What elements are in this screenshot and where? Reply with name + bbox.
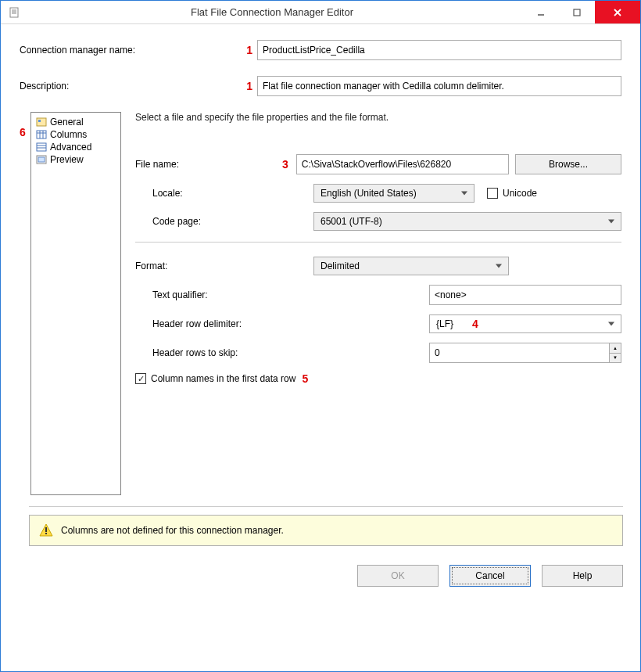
spin-up-button[interactable]: ▲ (609, 343, 621, 353)
ok-button[interactable]: OK (357, 565, 439, 587)
code-page-select[interactable]: 65001 (UTF-8) (313, 212, 621, 231)
warning-icon (39, 523, 53, 537)
nav-item-label: Preview (50, 154, 84, 165)
annotation-4: 4 (466, 318, 485, 330)
unicode-checkbox-box (487, 188, 498, 199)
locale-label: Locale: (152, 188, 183, 199)
annotation-6: 6 (20, 112, 30, 495)
separator (135, 242, 621, 243)
maximize-button[interactable] (559, 1, 595, 23)
annotation-3: 3 (276, 158, 295, 171)
svg-rect-0 (10, 8, 18, 17)
header-skip-label: Header rows to skip: (152, 347, 238, 358)
description-label: Description: (20, 81, 262, 92)
svg-rect-21 (45, 533, 47, 534)
file-name-input[interactable] (296, 154, 509, 174)
nav-tree[interactable]: General Columns Advanced Preview (30, 112, 121, 495)
nav-item-preview[interactable]: Preview (31, 153, 120, 166)
svg-rect-14 (37, 143, 46, 151)
file-name-label: File name: (135, 159, 179, 170)
advanced-icon (36, 142, 47, 152)
spin-down-button[interactable]: ▼ (609, 353, 621, 364)
locale-select[interactable]: English (United States) (313, 184, 474, 203)
nav-item-label: Columns (50, 129, 87, 140)
nav-item-advanced[interactable]: Advanced (31, 141, 120, 153)
col-names-label: Column names in the first data row (151, 373, 295, 384)
app-icon (9, 6, 21, 19)
page-instruction: Select a file and specify the file prope… (135, 112, 621, 123)
footer-separator (29, 506, 623, 507)
preview-icon (36, 155, 47, 164)
svg-rect-5 (574, 9, 580, 16)
dialog-buttons: OK Cancel Help (1, 546, 640, 602)
cancel-button[interactable]: Cancel (449, 565, 531, 587)
header-delim-select[interactable]: {LF} 4 (429, 314, 621, 333)
annotation-5: 5 (295, 372, 314, 385)
nav-item-label: General (50, 117, 84, 128)
nav-item-columns[interactable]: Columns (31, 128, 120, 141)
header-skip-spinner[interactable]: ▲ ▼ (429, 343, 621, 363)
svg-rect-10 (37, 131, 46, 138)
annotation-1b: 1 (242, 80, 257, 92)
text-qualifier-label: Text qualifier: (152, 289, 208, 300)
col-names-checkbox-box (135, 373, 146, 384)
svg-rect-18 (38, 157, 45, 162)
unicode-checkbox[interactable]: Unicode (487, 188, 537, 199)
conn-name-input[interactable] (257, 40, 621, 60)
format-value: Delimited (320, 261, 360, 271)
format-label: Format: (135, 261, 167, 271)
format-select[interactable]: Delimited (313, 257, 509, 275)
header-delim-value: {LF} (436, 318, 453, 329)
nav-item-label: Advanced (50, 142, 91, 153)
warning-bar: Columns are not defined for this connect… (29, 515, 623, 546)
svg-rect-20 (45, 527, 47, 532)
browse-button[interactable]: Browse... (515, 154, 621, 174)
header-delim-label: Header row delimiter: (152, 318, 242, 329)
minimize-button[interactable] (523, 1, 559, 23)
titlebar: Flat File Connection Manager Editor (1, 1, 640, 24)
locale-value: English (United States) (320, 188, 417, 199)
warning-text: Columns are not defined for this connect… (61, 525, 284, 536)
help-button[interactable]: Help (542, 565, 623, 587)
nav-item-general[interactable]: General (31, 116, 120, 128)
svg-rect-9 (38, 120, 41, 122)
header-skip-input[interactable] (429, 343, 609, 363)
close-button[interactable] (595, 1, 640, 23)
col-names-checkbox[interactable]: Column names in the first data row (135, 373, 295, 384)
unicode-label: Unicode (503, 188, 537, 199)
text-qualifier-input[interactable] (429, 285, 621, 305)
code-page-value: 65001 (UTF-8) (320, 216, 382, 227)
annotation-1a: 1 (242, 44, 257, 56)
conn-name-label: Connection manager name: (20, 45, 262, 56)
svg-rect-8 (37, 118, 46, 126)
general-icon (36, 117, 47, 127)
code-page-label: Code page: (152, 216, 201, 227)
window-title: Flat File Connection Manager Editor (21, 6, 523, 18)
description-input[interactable] (257, 76, 621, 96)
columns-icon (36, 130, 47, 139)
